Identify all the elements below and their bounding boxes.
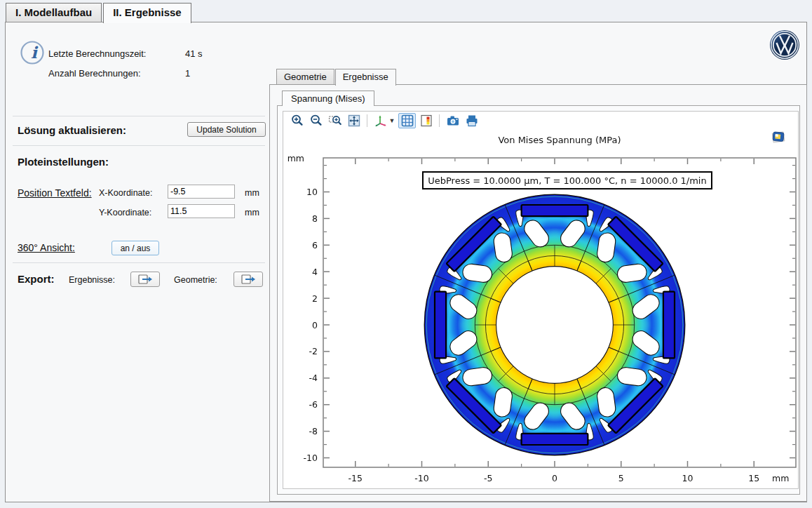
plot-image-icon	[770, 129, 787, 145]
svg-text:0: 0	[552, 473, 557, 483]
update-solution-button[interactable]: Update Solution	[187, 122, 266, 137]
export-icon	[241, 274, 256, 285]
x-coordinate-label: X-Koordinate:	[99, 188, 152, 198]
snapshot-button[interactable]	[444, 113, 461, 128]
svg-text:0: 0	[312, 320, 318, 330]
y-coordinate-label: Y-Koordinate:	[99, 208, 151, 218]
svg-text:-10: -10	[304, 453, 318, 463]
calc-count-label: Anzahl Berechnungen:	[48, 68, 141, 79]
zoom-out-icon	[309, 114, 323, 128]
grid-toggle-button[interactable]	[398, 113, 416, 128]
color-legend-icon	[419, 114, 433, 128]
toolbar-separator	[367, 114, 367, 127]
separator	[13, 145, 265, 146]
export-results-label: Ergebnisse:	[69, 275, 115, 285]
svg-text:-10: -10	[414, 473, 428, 483]
vw-logo	[769, 29, 800, 60]
view-360-toggle-button[interactable]: an / aus	[111, 241, 159, 255]
plot-frame: -15-10-50510151086420-2-4-6-8-10mmmmVon …	[277, 105, 800, 495]
svg-text:mm: mm	[772, 473, 789, 483]
tab-geometrie[interactable]: Geometrie	[276, 69, 334, 84]
zoom-extents-icon	[347, 114, 361, 128]
axis-orientation-icon	[374, 114, 388, 128]
svg-text:5: 5	[618, 473, 624, 483]
svg-text:-5: -5	[484, 473, 492, 483]
svg-text:4: 4	[312, 267, 318, 277]
svg-text:Von Mises Spannung (MPa): Von Mises Spannung (MPa)	[498, 135, 621, 145]
zoom-box-icon	[328, 114, 342, 128]
main-tab-bar: I. Modellaufbau II. Ergebnisse	[6, 3, 193, 23]
info-icon: i	[19, 39, 46, 66]
svg-text:-4: -4	[309, 373, 318, 383]
position-textfield-label: Position Textfeld:	[18, 187, 92, 199]
plot-area: -15-10-50510151086420-2-4-6-8-10mmmmVon …	[283, 111, 799, 489]
camera-icon	[446, 114, 460, 128]
svg-text:8: 8	[312, 213, 318, 224]
toolbar-separator	[439, 114, 440, 127]
grid-icon	[400, 114, 414, 128]
update-solution-heading: Lösung aktualisieren:	[18, 124, 126, 136]
svg-text:15: 15	[748, 473, 759, 483]
dropdown-caret-icon: ▼	[389, 117, 395, 124]
tab-spannung-mises[interactable]: Spannung (Mises)	[282, 91, 374, 106]
view-orientation-button[interactable]: ▼	[372, 113, 397, 128]
last-calc-time-label: Letzte Berechnungszeit:	[48, 48, 146, 59]
plot-canvas[interactable]: -15-10-50510151086420-2-4-6-8-10mmmmVon …	[283, 112, 798, 488]
zoom-extents-button[interactable]	[345, 113, 363, 128]
svg-text:-6: -6	[309, 399, 318, 410]
plot-toolbar: ▼	[287, 112, 481, 129]
export-geometry-button[interactable]	[234, 272, 263, 287]
tab-ergebnisse-view[interactable]: Ergebnisse	[335, 69, 396, 86]
printer-icon	[465, 114, 479, 128]
result-tab-bar: Geometrie Ergebnisse	[276, 69, 397, 86]
svg-text:10: 10	[682, 473, 693, 483]
zoom-in-icon	[290, 114, 304, 128]
x-unit-label: mm	[245, 188, 259, 198]
svg-text:-2: -2	[309, 346, 318, 356]
zoom-box-button[interactable]	[326, 113, 344, 128]
tab-modellaufbau[interactable]: I. Modellaufbau	[6, 3, 102, 22]
x-coordinate-input[interactable]	[168, 185, 235, 199]
y-unit-label: mm	[245, 208, 259, 218]
export-geometry-label: Geometrie:	[174, 275, 217, 285]
plot-image-button[interactable]	[770, 129, 787, 145]
svg-text:2: 2	[312, 293, 318, 304]
export-results-button[interactable]	[130, 272, 160, 287]
last-calc-time-value: 41 s	[185, 48, 203, 59]
tab-ergebnisse[interactable]: II. Ergebnisse	[103, 3, 191, 23]
view-360-label: 360° Ansicht:	[18, 242, 75, 253]
svg-text:UebPress = 10.0000 μm, T = 100: UebPress = 10.0000 μm, T = 100.000 °C, n…	[428, 175, 707, 186]
separator	[13, 116, 265, 116]
export-icon	[137, 274, 153, 285]
calc-count-value: 1	[185, 68, 190, 79]
color-legend-button[interactable]	[417, 113, 435, 128]
zoom-in-button[interactable]	[288, 113, 306, 128]
plot-settings-heading: Ploteinstellungen:	[18, 156, 109, 168]
y-coordinate-input[interactable]	[168, 204, 235, 218]
svg-text:mm: mm	[287, 153, 304, 163]
app-content: i Letzte Berechnungszeit: 41 s Anzahl Be…	[5, 22, 807, 502]
svg-text:10: 10	[306, 187, 318, 197]
results-panel: Spannung (Mises) -15-10-50510151086420-2…	[269, 84, 807, 502]
export-heading: Export:	[18, 273, 55, 285]
zoom-out-button[interactable]	[307, 113, 325, 128]
svg-text:i: i	[31, 43, 39, 62]
svg-text:6: 6	[312, 240, 318, 250]
svg-text:-8: -8	[309, 426, 318, 436]
separator	[13, 262, 265, 263]
print-button[interactable]	[463, 113, 480, 128]
svg-text:-15: -15	[349, 473, 363, 483]
